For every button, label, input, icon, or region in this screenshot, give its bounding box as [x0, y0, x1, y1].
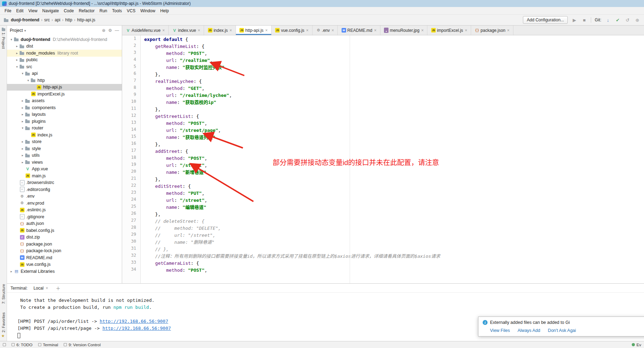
- tree-item-readme-md[interactable]: README.md: [7, 254, 122, 261]
- close-icon[interactable]: ×: [306, 28, 309, 33]
- new-terminal-icon[interactable]: ＋: [54, 285, 62, 291]
- menu-navigate[interactable]: Navigate: [40, 8, 61, 14]
- chevron-down-icon[interactable]: ▾: [20, 72, 25, 75]
- notification-action-don-t-ask-agai[interactable]: Don't Ask Agai: [548, 328, 576, 333]
- stripe-button-1-project[interactable]: 1: Project: [1, 28, 6, 49]
- breadcrumb-item-http[interactable]: http: [65, 17, 72, 22]
- tree-item-external-libraries[interactable]: ▸External Libraries: [7, 268, 122, 275]
- tree-item-layouts[interactable]: ▸layouts: [7, 111, 122, 118]
- close-icon[interactable]: ×: [45, 286, 48, 291]
- tree-item-utils[interactable]: ▸utils: [7, 152, 122, 159]
- chevron-down-icon[interactable]: ▾: [9, 38, 14, 41]
- tree-item-http[interactable]: ▾http: [7, 77, 122, 84]
- terminal-cursor[interactable]: [18, 333, 20, 338]
- tree-item-public[interactable]: ▸public: [7, 57, 122, 64]
- tab-vue-config-js[interactable]: vue.config.js×: [272, 26, 313, 35]
- tree-item-assets[interactable]: ▸assets: [7, 98, 122, 105]
- chevron-right-icon[interactable]: ▸: [20, 120, 25, 123]
- editor-area[interactable]: 1234567891011121314151617181920212223242…: [122, 35, 644, 283]
- chevron-right-icon[interactable]: ▸: [15, 44, 19, 48]
- tree-item-package-lock-json[interactable]: package-lock.json: [7, 248, 122, 255]
- tree-item-views[interactable]: ▸views: [7, 159, 122, 166]
- chevron-down-icon[interactable]: ▾: [15, 65, 19, 69]
- menu-file[interactable]: File: [2, 8, 14, 14]
- tree-item-eslintrc-js[interactable]: .eslintrc.js: [7, 207, 122, 214]
- tab-asidemenu-vue[interactable]: AsideMenu.vue×: [122, 26, 169, 35]
- tree-item-index-js[interactable]: index.js: [7, 132, 122, 139]
- tree-item-editorconfig[interactable]: .editorconfig: [7, 186, 122, 193]
- chevron-right-icon[interactable]: ▸: [20, 99, 25, 102]
- menu-refactor[interactable]: Refactor: [76, 8, 97, 14]
- chevron-right-icon[interactable]: ▸: [20, 161, 25, 164]
- tab-package-json[interactable]: package.json×: [471, 26, 513, 35]
- menu-window[interactable]: Window: [138, 8, 158, 14]
- tree-item-main-js[interactable]: main.js: [7, 172, 122, 179]
- close-icon[interactable]: ×: [464, 28, 468, 33]
- tool-window-switcher-icon[interactable]: [3, 343, 6, 346]
- menu-vcs[interactable]: VCS: [124, 8, 138, 14]
- menu-edit[interactable]: Edit: [14, 8, 26, 14]
- close-icon[interactable]: ×: [265, 28, 268, 33]
- chevron-right-icon[interactable]: ▸: [15, 58, 19, 62]
- tree-item-style[interactable]: ▸style: [7, 145, 122, 152]
- tree-item-importexcel-js[interactable]: importExcel.js: [7, 91, 122, 98]
- tree-item-gitignore[interactable]: .gitignore: [7, 213, 122, 220]
- search-everywhere-icon[interactable]: ⊕: [634, 17, 640, 23]
- stop-icon[interactable]: ■: [581, 17, 587, 23]
- tree-item-dist-zip[interactable]: dist.zip: [7, 234, 122, 241]
- stripe-button-2-favorites[interactable]: ★2: Favorites: [1, 312, 6, 338]
- chevron-right-icon[interactable]: ▸: [9, 270, 14, 273]
- close-icon[interactable]: ×: [421, 28, 424, 33]
- chevron-down-icon[interactable]: ▾: [26, 79, 30, 82]
- locate-file-icon[interactable]: ⊕: [102, 28, 105, 33]
- close-icon[interactable]: ×: [331, 28, 334, 33]
- tree-item-package-json[interactable]: package.json: [7, 241, 122, 248]
- run-icon[interactable]: ▶: [571, 17, 578, 23]
- close-icon[interactable]: ×: [162, 28, 165, 33]
- history-icon[interactable]: ↺: [624, 17, 631, 23]
- terminal-tab-local[interactable]: Local ×: [31, 285, 51, 291]
- breadcrumb-item-duoji-frontend[interactable]: duoji-frontend: [11, 17, 39, 22]
- chevron-down-icon[interactable]: ▾: [24, 29, 26, 33]
- menu-help[interactable]: Help: [158, 8, 172, 14]
- stripe-button-7-structure[interactable]: 7: Structure: [1, 284, 6, 304]
- tree-item-plugins[interactable]: ▸plugins: [7, 118, 122, 125]
- tab-index-vue[interactable]: index.vue×: [169, 26, 204, 35]
- tree-item-env-prod[interactable]: .env.prod: [7, 200, 122, 207]
- close-icon[interactable]: ×: [197, 28, 201, 33]
- gear-icon[interactable]: ⚙: [108, 28, 112, 33]
- tree-item-vue-config-js[interactable]: vue.config.js: [7, 261, 122, 268]
- tab-index-js[interactable]: index.js×: [204, 26, 236, 35]
- tree-item-duoji-frontend[interactable]: ▾duoji-frontendD:\zheheWeb\duoji-fronten…: [7, 36, 122, 43]
- tree-item-store[interactable]: ▸store: [7, 139, 122, 145]
- notification-action-view-files[interactable]: View Files: [490, 328, 510, 333]
- tab-http-api-js[interactable]: http-api.js×: [236, 26, 272, 35]
- menu-code[interactable]: Code: [61, 8, 76, 14]
- tree-item-app-vue[interactable]: App.vue: [7, 166, 122, 173]
- tree-item-node-modules[interactable]: ▸node_moduleslibrary root: [7, 50, 122, 57]
- event-log-item[interactable]: Ev: [632, 343, 641, 347]
- menu-run[interactable]: Run: [97, 8, 110, 14]
- tree-item-http-api-js[interactable]: http-api.js: [7, 84, 122, 91]
- tab-importexcel-js[interactable]: importExcel.js×: [427, 26, 471, 35]
- chevron-right-icon[interactable]: ▸: [20, 106, 25, 109]
- close-icon[interactable]: ×: [374, 28, 377, 33]
- tree-item-api[interactable]: ▾api: [7, 70, 122, 77]
- tree-item-components[interactable]: ▸components: [7, 104, 122, 111]
- project-panel-title[interactable]: Project: [10, 28, 23, 33]
- close-icon[interactable]: ×: [507, 28, 510, 33]
- tree-item-babel-config-js[interactable]: babel.config.js: [7, 227, 122, 234]
- tree-item-dist[interactable]: ▸dist: [7, 43, 122, 50]
- notification-action-always-add[interactable]: Always Add: [518, 328, 540, 333]
- statusbar-6-todo[interactable]: 6: TODO: [12, 343, 33, 347]
- chevron-right-icon[interactable]: ▸: [20, 147, 25, 150]
- add-configuration-button[interactable]: Add Configuration...: [523, 16, 568, 24]
- chevron-right-icon[interactable]: ▸: [20, 140, 25, 143]
- breadcrumb-item-api[interactable]: api: [55, 17, 60, 22]
- menu-tools[interactable]: Tools: [110, 8, 124, 14]
- tab-menurouter-jpg[interactable]: menuRouter.jpg×: [380, 26, 428, 35]
- statusbar-terminal[interactable]: Terminal: [38, 343, 58, 347]
- git-update-icon[interactable]: ↓: [605, 17, 611, 23]
- breadcrumb-item-src[interactable]: src: [44, 17, 50, 22]
- tab-env[interactable]: .env×: [313, 26, 338, 35]
